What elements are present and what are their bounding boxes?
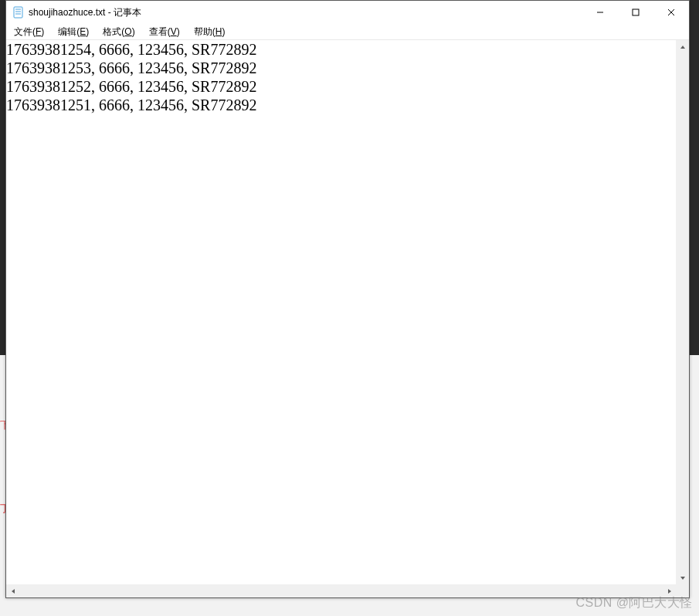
svg-marker-11 (668, 589, 671, 594)
titlebar[interactable]: shoujihaozhuce.txt - 记事本 (6, 1, 689, 24)
svg-marker-8 (680, 46, 685, 49)
menu-file[interactable]: 文件(F) (9, 25, 49, 39)
svg-rect-5 (633, 9, 639, 15)
svg-marker-9 (680, 577, 685, 580)
vertical-scrollbar[interactable] (676, 40, 689, 584)
menu-format[interactable]: 格式(O) (98, 25, 139, 39)
window-controls (582, 1, 689, 24)
content-area: 17639381254, 6666, 123456, SR772892 1763… (6, 39, 689, 584)
scrollbar-corner (676, 584, 689, 597)
scroll-track-vertical[interactable] (677, 53, 689, 571)
scroll-down-button[interactable] (677, 571, 689, 584)
menubar: 文件(F) 编辑(E) 格式(O) 查看(V) 帮助(H) (6, 24, 689, 39)
scroll-up-button[interactable] (677, 40, 689, 53)
maximize-button[interactable] (618, 1, 653, 24)
horizontal-scrollbar[interactable] (6, 584, 676, 597)
text-editor[interactable]: 17639381254, 6666, 123456, SR772892 1763… (6, 40, 676, 584)
window-title: shoujihaozhuce.txt - 记事本 (29, 6, 141, 19)
scroll-track-horizontal[interactable] (19, 585, 663, 597)
notepad-window: shoujihaozhuce.txt - 记事本 文件(F) 编辑(E) 格式(… (5, 0, 690, 598)
menu-edit[interactable]: 编辑(E) (53, 25, 93, 39)
scroll-left-button[interactable] (6, 585, 19, 597)
notepad-icon (12, 6, 25, 19)
menu-help[interactable]: 帮助(H) (189, 25, 230, 39)
scroll-right-button[interactable] (663, 585, 676, 597)
bottom-row (6, 584, 689, 597)
close-button[interactable] (653, 1, 689, 24)
menu-view[interactable]: 查看(V) (144, 25, 185, 39)
svg-rect-0 (14, 7, 22, 18)
minimize-button[interactable] (582, 1, 618, 24)
svg-marker-10 (12, 589, 15, 594)
